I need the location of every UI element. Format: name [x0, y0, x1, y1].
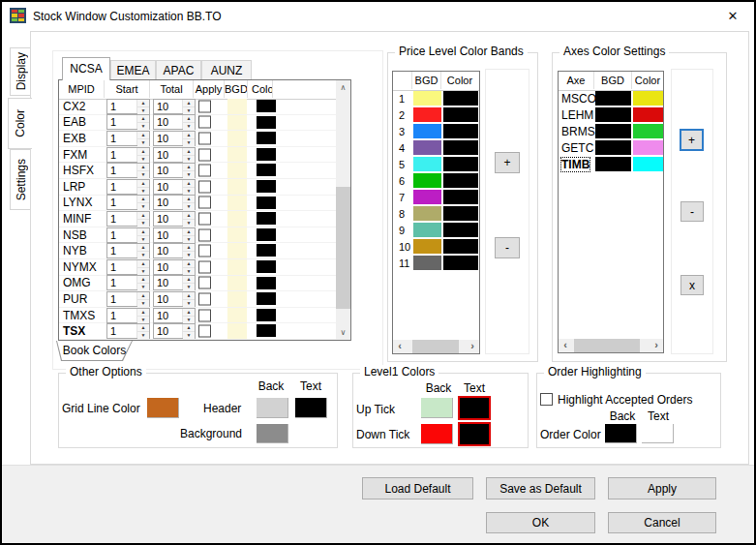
color-swatch[interactable] [257, 277, 276, 289]
color-swatch[interactable] [257, 164, 276, 176]
apply-checkbox[interactable] [198, 165, 211, 177]
total-spinner[interactable]: 10 ▲▼ [153, 259, 196, 275]
spinner-down-icon[interactable]: ▼ [137, 236, 149, 243]
bgd-swatch[interactable] [227, 259, 247, 275]
bgd-swatch[interactable] [413, 173, 441, 188]
total-value[interactable]: 10 [154, 212, 182, 226]
spinner-down-icon[interactable]: ▼ [137, 220, 149, 227]
axes-horizontal-scrollbar[interactable]: ‹ › [559, 339, 663, 352]
spinner-buttons[interactable]: ▲▼ [136, 196, 149, 209]
spinner-up-icon[interactable]: ▲ [137, 196, 149, 203]
tab-book-colors[interactable]: Book Colors [56, 341, 133, 361]
spinner-buttons[interactable]: ▲▼ [182, 148, 195, 162]
spinner-buttons[interactable]: ▲▼ [182, 228, 195, 242]
total-value[interactable]: 10 [154, 164, 182, 177]
apply-checkbox[interactable] [198, 277, 211, 289]
axes-add-button[interactable]: + [680, 129, 704, 151]
spinner-down-icon[interactable]: ▼ [137, 107, 149, 114]
spinner-buttons[interactable]: ▲▼ [136, 309, 149, 322]
start-value[interactable]: 1 [107, 212, 136, 226]
bgd-swatch[interactable] [227, 308, 247, 323]
start-spinner[interactable]: 1 ▲▼ [106, 163, 150, 178]
spinner-up-icon[interactable]: ▲ [183, 324, 195, 332]
spinner-up-icon[interactable]: ▲ [183, 309, 195, 317]
order-back-swatch[interactable] [605, 424, 637, 443]
color-swatch[interactable] [443, 206, 478, 221]
total-value[interactable]: 10 [154, 292, 182, 306]
spinner-buttons[interactable]: ▲▼ [182, 260, 195, 274]
spinner-buttons[interactable]: ▲▼ [182, 276, 195, 289]
spinner-up-icon[interactable]: ▲ [137, 276, 149, 284]
apply-checkbox[interactable] [198, 245, 211, 257]
spinner-down-icon[interactable]: ▼ [183, 220, 195, 227]
color-swatch[interactable] [257, 228, 276, 241]
spinner-up-icon[interactable]: ▲ [183, 292, 195, 300]
bgd-swatch[interactable] [413, 206, 441, 221]
bgd-swatch[interactable] [595, 107, 631, 122]
spinner-buttons[interactable]: ▲▼ [182, 212, 195, 226]
tab-ncsa[interactable]: NCSA [62, 57, 110, 80]
start-spinner[interactable]: 1 ▲▼ [106, 291, 150, 307]
spinner-down-icon[interactable]: ▼ [183, 171, 195, 178]
start-value[interactable]: 1 [107, 132, 136, 145]
spinner-up-icon[interactable]: ▲ [137, 115, 149, 123]
apply-checkbox[interactable] [198, 260, 211, 273]
scrollbar-thumb[interactable] [412, 340, 458, 353]
spinner-down-icon[interactable]: ▼ [183, 203, 195, 210]
book-table-vertical-scrollbar[interactable]: ∧ ∨ [336, 80, 350, 340]
spinner-down-icon[interactable]: ▼ [183, 268, 195, 275]
spinner-buttons[interactable]: ▲▼ [182, 309, 195, 322]
start-spinner[interactable]: 1 ▲▼ [106, 131, 150, 146]
color-swatch[interactable] [443, 124, 478, 138]
start-value[interactable]: 1 [107, 100, 136, 113]
start-spinner[interactable]: 1 ▲▼ [106, 147, 150, 163]
apply-checkbox[interactable] [198, 228, 211, 241]
axes-delete-button[interactable]: x [680, 275, 704, 295]
grid-line-color-swatch[interactable] [147, 398, 179, 418]
spinner-up-icon[interactable]: ▲ [137, 164, 149, 171]
bgd-swatch[interactable] [227, 291, 247, 307]
total-spinner[interactable]: 10 ▲▼ [153, 179, 196, 195]
bgd-swatch[interactable] [227, 99, 247, 114]
background-swatch[interactable] [257, 424, 288, 443]
total-value[interactable]: 10 [154, 132, 182, 145]
spinner-buttons[interactable]: ▲▼ [136, 180, 149, 194]
tab-settings[interactable]: Settings [10, 149, 31, 210]
bgd-swatch[interactable] [413, 124, 441, 138]
spinner-buttons[interactable]: ▲▼ [182, 292, 195, 306]
color-swatch[interactable] [257, 148, 276, 161]
spinner-up-icon[interactable]: ▲ [183, 196, 195, 203]
bgd-swatch[interactable] [227, 323, 247, 339]
spinner-buttons[interactable]: ▲▼ [136, 100, 149, 113]
bgd-swatch[interactable] [227, 115, 247, 131]
spinner-down-icon[interactable]: ▼ [137, 332, 149, 339]
axe-label[interactable]: BRMS [561, 125, 595, 138]
color-swatch[interactable] [633, 91, 663, 106]
color-swatch[interactable] [257, 212, 276, 225]
color-swatch[interactable] [633, 140, 663, 155]
spinner-down-icon[interactable]: ▼ [137, 300, 149, 307]
apply-checkbox[interactable] [198, 100, 211, 112]
spinner-up-icon[interactable]: ▲ [183, 115, 195, 123]
bgd-swatch[interactable] [413, 157, 441, 171]
spinner-up-icon[interactable]: ▲ [183, 148, 195, 156]
bgd-swatch[interactable] [413, 190, 441, 204]
start-spinner[interactable]: 1 ▲▼ [106, 99, 150, 114]
bgd-swatch[interactable] [227, 227, 247, 243]
spinner-down-icon[interactable]: ▼ [137, 123, 149, 130]
spinner-up-icon[interactable]: ▲ [183, 260, 195, 268]
start-spinner[interactable]: 1 ▲▼ [106, 243, 150, 258]
total-value[interactable]: 10 [154, 244, 182, 257]
spinner-down-icon[interactable]: ▼ [183, 236, 195, 243]
tab-apac[interactable]: APAC [156, 60, 201, 80]
total-value[interactable]: 10 [154, 260, 182, 274]
color-swatch[interactable] [443, 239, 478, 254]
title-bar[interactable]: Stock Window Customization BB.TO ✕ [2, 2, 754, 31]
spinner-down-icon[interactable]: ▼ [137, 171, 149, 178]
scroll-right-icon[interactable]: › [650, 339, 663, 352]
spinner-up-icon[interactable]: ▲ [137, 100, 149, 107]
scroll-right-icon[interactable]: › [466, 340, 479, 353]
scrollbar-thumb[interactable] [574, 339, 640, 352]
spinner-up-icon[interactable]: ▲ [137, 309, 149, 317]
spinner-buttons[interactable]: ▲▼ [182, 164, 195, 177]
